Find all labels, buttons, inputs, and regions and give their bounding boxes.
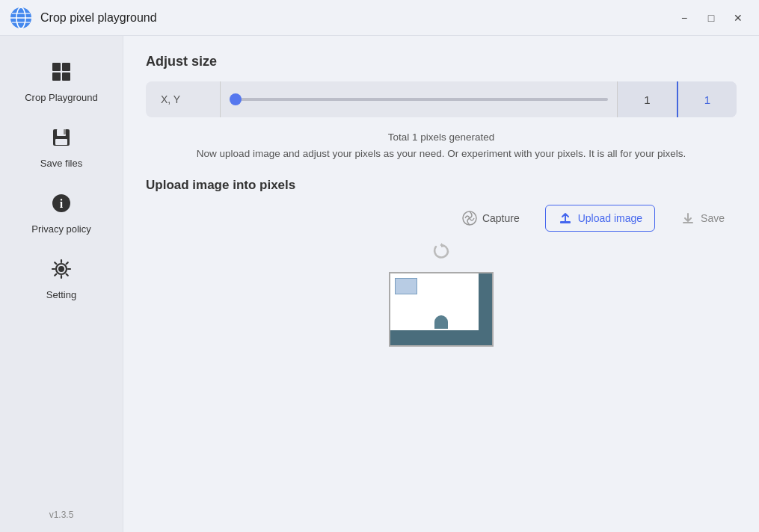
slider-value-x: 1 bbox=[617, 81, 677, 117]
download-icon bbox=[680, 211, 695, 226]
preview-inner bbox=[390, 273, 492, 345]
image-preview-canvas bbox=[389, 272, 494, 347]
upload-image-button[interactable]: Upload image bbox=[545, 205, 655, 232]
version-label: v1.3.5 bbox=[49, 510, 74, 520]
upload-label: Upload image bbox=[578, 212, 642, 224]
preview-center-icon bbox=[434, 315, 448, 329]
preview-bottom-bar bbox=[390, 330, 479, 345]
slider-value-y: 1 bbox=[677, 81, 737, 117]
save-label: Save bbox=[701, 212, 725, 224]
svg-rect-5 bbox=[52, 63, 61, 71]
sidebar-item-crop-playground[interactable]: Crop Playground bbox=[0, 51, 123, 114]
upload-section-title: Upload image into pixels bbox=[146, 178, 737, 193]
slider-container: X, Y 1 1 bbox=[146, 81, 737, 117]
content-area: Adjust size X, Y 1 1 Total 1 pixels gene… bbox=[123, 36, 759, 532]
sidebar-item-save-files[interactable]: Save files bbox=[0, 117, 123, 179]
grid-icon bbox=[51, 61, 72, 87]
svg-rect-18 bbox=[560, 221, 571, 223]
titlebar: Crop pixel playground − □ ✕ bbox=[0, 0, 759, 36]
info-text-block: Total 1 pixels generated Now upload imag… bbox=[146, 129, 737, 161]
svg-rect-7 bbox=[52, 72, 61, 81]
save-button[interactable]: Save bbox=[669, 205, 737, 231]
sidebar-item-label-crop: Crop Playground bbox=[25, 92, 98, 103]
image-preview-wrapper bbox=[146, 242, 737, 347]
svg-rect-12 bbox=[55, 139, 67, 145]
svg-rect-11 bbox=[64, 129, 66, 134]
svg-rect-8 bbox=[62, 72, 70, 81]
capture-button[interactable]: Capture bbox=[450, 205, 532, 231]
titlebar-controls: − □ ✕ bbox=[672, 7, 750, 28]
camera-icon bbox=[462, 211, 477, 226]
info-icon: i bbox=[51, 193, 72, 219]
sidebar: Crop Playground Save files i Privacy bbox=[0, 36, 123, 532]
titlebar-left: Crop pixel playground bbox=[9, 6, 157, 30]
upload-icon bbox=[558, 211, 573, 226]
close-button[interactable]: ✕ bbox=[726, 7, 750, 28]
xy-slider[interactable] bbox=[230, 98, 608, 101]
upload-toolbar: Capture Upload image Save bbox=[146, 205, 737, 232]
refresh-icon[interactable] bbox=[431, 242, 451, 266]
slider-label: X, Y bbox=[146, 81, 221, 117]
preview-topleft-box bbox=[395, 278, 417, 294]
app-icon bbox=[9, 6, 33, 30]
svg-text:i: i bbox=[60, 197, 64, 210]
main-layout: Crop Playground Save files i Privacy bbox=[0, 36, 759, 532]
sidebar-item-setting[interactable]: Setting bbox=[0, 248, 123, 311]
minimize-button[interactable]: − bbox=[672, 7, 696, 28]
info-line2: Now upload image and adjust your pixels … bbox=[146, 146, 737, 162]
app-title: Crop pixel playground bbox=[40, 11, 157, 25]
sidebar-item-label-privacy: Privacy policy bbox=[31, 223, 90, 235]
svg-point-15 bbox=[58, 266, 64, 272]
capture-label: Capture bbox=[482, 212, 520, 224]
save-icon bbox=[51, 127, 72, 153]
adjust-size-title: Adjust size bbox=[146, 54, 737, 69]
maximize-button[interactable]: □ bbox=[699, 7, 723, 28]
svg-rect-6 bbox=[62, 63, 70, 71]
gear-icon bbox=[51, 259, 72, 285]
sidebar-item-privacy-policy[interactable]: i Privacy policy bbox=[0, 182, 123, 245]
sidebar-item-label-save: Save files bbox=[40, 158, 82, 169]
info-line1: Total 1 pixels generated bbox=[146, 129, 737, 146]
svg-rect-19 bbox=[683, 222, 693, 223]
slider-track bbox=[221, 81, 617, 117]
sidebar-item-label-setting: Setting bbox=[46, 289, 76, 300]
preview-right-bar bbox=[479, 273, 492, 345]
